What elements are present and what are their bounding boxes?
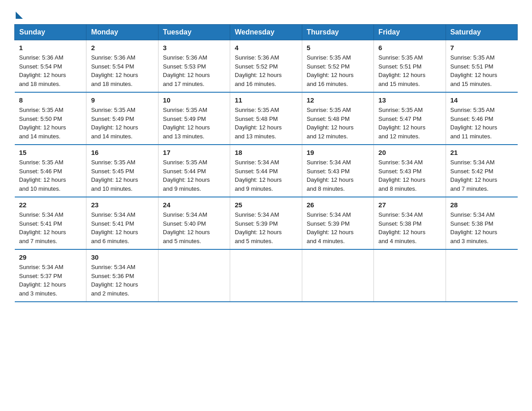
day-number: 30 xyxy=(91,253,153,261)
day-number: 14 xyxy=(450,96,513,104)
day-number: 10 xyxy=(163,96,225,104)
day-number: 15 xyxy=(19,149,82,156)
day-info: Sunrise: 5:36 AMSunset: 5:53 PMDaylight:… xyxy=(163,53,225,88)
day-cell: 13 Sunrise: 5:35 AMSunset: 5:47 PMDaylig… xyxy=(374,92,446,145)
day-cell: 23 Sunrise: 5:34 AMSunset: 5:41 PMDaylig… xyxy=(86,197,158,249)
day-number: 24 xyxy=(163,201,225,209)
day-info: Sunrise: 5:34 AMSunset: 5:39 PMDaylight:… xyxy=(307,210,369,245)
header-thursday: Thursday xyxy=(302,25,373,40)
day-cell: 27 Sunrise: 5:34 AMSunset: 5:38 PMDaylig… xyxy=(374,197,446,249)
day-info: Sunrise: 5:35 AMSunset: 5:51 PMDaylight:… xyxy=(450,53,513,88)
day-cell: 2 Sunrise: 5:36 AMSunset: 5:54 PMDayligh… xyxy=(86,40,158,93)
day-info: Sunrise: 5:34 AMSunset: 5:43 PMDaylight:… xyxy=(307,158,369,193)
day-number: 12 xyxy=(307,96,369,104)
header-wednesday: Wednesday xyxy=(230,25,302,40)
day-number: 11 xyxy=(235,96,297,104)
day-number: 22 xyxy=(19,201,82,209)
day-info: Sunrise: 5:35 AMSunset: 5:49 PMDaylight:… xyxy=(91,106,153,141)
day-cell: 3 Sunrise: 5:36 AMSunset: 5:53 PMDayligh… xyxy=(158,40,230,93)
day-info: Sunrise: 5:34 AMSunset: 5:37 PMDaylight:… xyxy=(19,263,82,298)
day-number: 18 xyxy=(235,149,297,156)
day-cell xyxy=(374,249,446,302)
day-number: 20 xyxy=(378,149,441,156)
day-info: Sunrise: 5:34 AMSunset: 5:44 PMDaylight:… xyxy=(235,158,297,193)
day-number: 16 xyxy=(91,149,153,156)
day-cell: 9 Sunrise: 5:35 AMSunset: 5:49 PMDayligh… xyxy=(86,92,158,145)
day-info: Sunrise: 5:34 AMSunset: 5:38 PMDaylight:… xyxy=(378,210,441,245)
day-cell: 29 Sunrise: 5:34 AMSunset: 5:37 PMDaylig… xyxy=(15,249,86,302)
day-info: Sunrise: 5:34 AMSunset: 5:38 PMDaylight:… xyxy=(450,210,513,245)
day-cell: 7 Sunrise: 5:35 AMSunset: 5:51 PMDayligh… xyxy=(446,40,517,93)
day-cell: 16 Sunrise: 5:35 AMSunset: 5:45 PMDaylig… xyxy=(86,145,158,197)
day-cell: 18 Sunrise: 5:34 AMSunset: 5:44 PMDaylig… xyxy=(230,145,302,197)
header-friday: Friday xyxy=(374,25,446,40)
day-number: 25 xyxy=(235,201,297,209)
day-cell: 21 Sunrise: 5:34 AMSunset: 5:42 PMDaylig… xyxy=(446,145,517,197)
logo-triangle xyxy=(16,12,23,19)
day-number: 17 xyxy=(163,149,225,156)
day-number: 3 xyxy=(163,44,225,51)
day-number: 4 xyxy=(235,44,297,51)
day-number: 28 xyxy=(450,201,513,209)
day-info: Sunrise: 5:36 AMSunset: 5:52 PMDaylight:… xyxy=(235,53,297,88)
day-number: 23 xyxy=(91,201,153,209)
day-number: 5 xyxy=(307,44,369,51)
day-info: Sunrise: 5:35 AMSunset: 5:51 PMDaylight:… xyxy=(378,53,441,88)
day-info: Sunrise: 5:34 AMSunset: 5:43 PMDaylight:… xyxy=(378,158,441,193)
day-number: 19 xyxy=(307,149,369,156)
header-monday: Monday xyxy=(86,25,158,40)
day-number: 8 xyxy=(19,96,82,104)
header-sunday: Sunday xyxy=(15,25,86,40)
day-info: Sunrise: 5:36 AMSunset: 5:54 PMDaylight:… xyxy=(91,53,153,88)
day-info: Sunrise: 5:35 AMSunset: 5:52 PMDaylight:… xyxy=(307,53,369,88)
day-cell: 8 Sunrise: 5:35 AMSunset: 5:50 PMDayligh… xyxy=(15,92,86,145)
day-number: 29 xyxy=(19,253,82,261)
day-info: Sunrise: 5:34 AMSunset: 5:36 PMDaylight:… xyxy=(91,263,153,298)
day-number: 27 xyxy=(378,201,441,209)
day-info: Sunrise: 5:35 AMSunset: 5:46 PMDaylight:… xyxy=(19,158,82,193)
day-cell: 15 Sunrise: 5:35 AMSunset: 5:46 PMDaylig… xyxy=(15,145,86,197)
day-cell: 1 Sunrise: 5:36 AMSunset: 5:54 PMDayligh… xyxy=(15,40,86,93)
day-info: Sunrise: 5:34 AMSunset: 5:41 PMDaylight:… xyxy=(19,210,82,245)
day-info: Sunrise: 5:35 AMSunset: 5:48 PMDaylight:… xyxy=(235,106,297,141)
day-cell: 24 Sunrise: 5:34 AMSunset: 5:40 PMDaylig… xyxy=(158,197,230,249)
day-cell: 28 Sunrise: 5:34 AMSunset: 5:38 PMDaylig… xyxy=(446,197,517,249)
day-cell xyxy=(302,249,373,302)
day-cell: 20 Sunrise: 5:34 AMSunset: 5:43 PMDaylig… xyxy=(374,145,446,197)
day-number: 9 xyxy=(91,96,153,104)
day-cell: 10 Sunrise: 5:35 AMSunset: 5:49 PMDaylig… xyxy=(158,92,230,145)
day-cell: 14 Sunrise: 5:35 AMSunset: 5:46 PMDaylig… xyxy=(446,92,517,145)
day-cell: 12 Sunrise: 5:35 AMSunset: 5:48 PMDaylig… xyxy=(302,92,373,145)
day-info: Sunrise: 5:35 AMSunset: 5:50 PMDaylight:… xyxy=(19,106,82,141)
day-number: 6 xyxy=(378,44,441,51)
day-cell xyxy=(230,249,302,302)
day-number: 21 xyxy=(450,149,513,156)
day-info: Sunrise: 5:36 AMSunset: 5:54 PMDaylight:… xyxy=(19,53,82,88)
day-cell: 5 Sunrise: 5:35 AMSunset: 5:52 PMDayligh… xyxy=(302,40,373,93)
day-info: Sunrise: 5:35 AMSunset: 5:45 PMDaylight:… xyxy=(91,158,153,193)
week-row-1: 1 Sunrise: 5:36 AMSunset: 5:54 PMDayligh… xyxy=(15,40,518,93)
week-row-4: 22 Sunrise: 5:34 AMSunset: 5:41 PMDaylig… xyxy=(15,197,518,249)
week-row-5: 29 Sunrise: 5:34 AMSunset: 5:37 PMDaylig… xyxy=(15,249,518,302)
day-cell xyxy=(446,249,517,302)
day-info: Sunrise: 5:34 AMSunset: 5:41 PMDaylight:… xyxy=(91,210,153,245)
day-info: Sunrise: 5:35 AMSunset: 5:47 PMDaylight:… xyxy=(378,106,441,141)
day-cell: 4 Sunrise: 5:36 AMSunset: 5:52 PMDayligh… xyxy=(230,40,302,93)
header-tuesday: Tuesday xyxy=(158,25,230,40)
day-cell: 30 Sunrise: 5:34 AMSunset: 5:36 PMDaylig… xyxy=(86,249,158,302)
day-cell: 19 Sunrise: 5:34 AMSunset: 5:43 PMDaylig… xyxy=(302,145,373,197)
day-info: Sunrise: 5:34 AMSunset: 5:40 PMDaylight:… xyxy=(163,210,225,245)
day-number: 1 xyxy=(19,44,82,51)
day-info: Sunrise: 5:34 AMSunset: 5:39 PMDaylight:… xyxy=(235,210,297,245)
day-info: Sunrise: 5:35 AMSunset: 5:49 PMDaylight:… xyxy=(163,106,225,141)
day-info: Sunrise: 5:35 AMSunset: 5:46 PMDaylight:… xyxy=(450,106,513,141)
day-cell xyxy=(158,249,230,302)
week-row-2: 8 Sunrise: 5:35 AMSunset: 5:50 PMDayligh… xyxy=(15,92,518,145)
week-row-3: 15 Sunrise: 5:35 AMSunset: 5:46 PMDaylig… xyxy=(15,145,518,197)
day-number: 26 xyxy=(307,201,369,209)
page-header xyxy=(14,11,518,17)
day-cell: 26 Sunrise: 5:34 AMSunset: 5:39 PMDaylig… xyxy=(302,197,373,249)
header-saturday: Saturday xyxy=(446,25,517,40)
day-number: 2 xyxy=(91,44,153,51)
logo xyxy=(14,11,23,17)
